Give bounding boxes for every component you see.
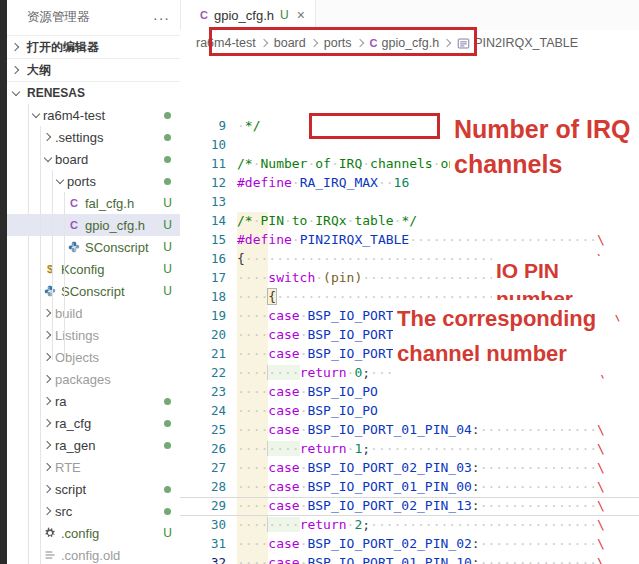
code-line-14[interactable]: 14/*·PIN·to·IRQx·table·*/ [180,211,639,230]
tree-item-sconscript[interactable]: SConscriptU [7,280,180,302]
code-line-29[interactable]: 29····case·BSP_IO_PORT_02_PIN_13:·······… [180,496,639,515]
tree-item--config-old[interactable]: .config.old [7,544,180,564]
section-renesas[interactable]: RENESAS [7,81,180,104]
tree-item-label: fal_cfg.h [85,196,134,211]
tree-item-label: gpio_cfg.h [85,218,145,233]
tree-item-script[interactable]: script [7,478,180,500]
tree-item-packages[interactable]: packages [7,368,180,390]
breadcrumb-item-ports[interactable]: ports [324,36,352,50]
line-content: ········return·1;·······················… [237,439,605,458]
tree-item-objects[interactable]: Objects [7,346,180,368]
tree-item-label: Listings [55,328,99,343]
line-number: 30 [180,515,226,534]
breadcrumb-label: ra6m4-test [196,36,256,50]
tree-item--settings[interactable]: .settings [7,126,180,148]
tab-label: gpio_cfg.h [214,8,274,23]
line-number: 21 [180,344,226,363]
tree-item-fal-cfg-h[interactable]: Cfal_cfg.hU [7,192,180,214]
section-outline[interactable]: 大纲 [7,58,180,81]
chevron-right-icon [43,461,55,473]
code-editor[interactable]: 9·*/1011/*·Number·of·IRQ·channels·on·the… [180,116,639,564]
code-line-19[interactable]: 19····case·BSP_IO_PORT_04_PIN_00: \ [180,306,639,325]
line-content: ·*/ [237,116,260,135]
explorer-more-actions-icon[interactable]: ··· [153,10,170,26]
tree-item-ra-gen[interactable]: ra_gen [7,434,180,456]
code-line-11[interactable]: 11/*·Number·of·IRQ·channels·on·the·devic… [180,154,639,173]
code-line-25[interactable]: 25····case·BSP_IO_PORT_01_PIN_04:·······… [180,420,639,439]
tree-item-ra6m4-test[interactable]: ra6m4-test [7,104,180,126]
code-line-24[interactable]: 24····case·BSP_IO_PO [180,401,639,420]
code-line-30[interactable]: 30········return·2;·····················… [180,515,639,534]
tree-item-src[interactable]: src [7,500,180,522]
breadcrumb-item-pin2irqx-table[interactable]: PIN2IRQX_TABLE [457,36,578,50]
line-number: 20 [180,325,226,344]
line-content: {·······································… [237,249,605,268]
tree-item-build[interactable]: build [7,302,180,324]
code-line-10[interactable]: 10 [180,135,639,154]
explorer-sidebar: 资源管理器 ··· 打开的编辑器大纲RENESAS ra6m4-test.set… [7,0,181,564]
code-line-21[interactable]: 21····case·BSP_IO_PORT_01_PIN_05:·······… [180,344,639,363]
chevron-down-icon [43,153,55,165]
code-line-17[interactable]: 17····switch·(pin)······················… [180,268,639,287]
breadcrumb-item-ra6m4-test[interactable]: ra6m4-test [196,36,256,50]
tree-item-label: Objects [55,350,99,365]
code-line-32[interactable]: 32····case·BSP_IO_PORT_01_PIN_10:·······… [180,553,639,564]
line-content: ····case·BSP_IO_PO [237,382,378,401]
code-line-23[interactable]: 23····case·BSP_IO_PO [180,382,639,401]
line-number: 31 [180,534,226,553]
code-line-15[interactable]: 15#define·PIN2IRQX_TABLE················… [180,230,639,249]
tree-item-ra-cfg[interactable]: ra_cfg [7,412,180,434]
code-line-13[interactable]: 13 [180,192,639,211]
tab-gpio-cfg[interactable]: C gpio_cfg.h U × [180,0,316,30]
line-number: 29 [180,496,226,515]
breadcrumb-item-gpio-cfg-h[interactable]: Cgpio_cfg.h [370,36,440,50]
code-line-28[interactable]: 28····case·BSP_IO_PORT_01_PIN_00:·······… [180,477,639,496]
tree-item-label: build [55,306,82,321]
tree-item-label: ra_gen [55,438,95,453]
line-number: 25 [180,420,226,439]
line-number: 17 [180,268,226,287]
git-untracked-badge: U [163,218,172,232]
close-tab-icon[interactable]: × [297,7,305,23]
tree-item-label: .config [61,526,99,541]
tree-item-ports[interactable]: ports [7,170,180,192]
chevron-right-icon [43,131,55,143]
code-line-22[interactable]: 22········return·0;·····················… [180,363,639,382]
code-line-18[interactable]: 18····{·································… [180,287,639,306]
code-line-31[interactable]: 31····case·BSP_IO_PORT_02_PIN_02:·······… [180,534,639,553]
git-changes-dot [164,442,171,449]
code-line-12[interactable]: 12#define·RA_IRQ_MAX··16 [180,173,639,192]
breadcrumb-separator-icon [444,38,452,48]
code-line-16[interactable]: 16{·····································… [180,249,639,268]
tree-item-label: SConscript [61,284,125,299]
tree-item-rte[interactable]: RTE [7,456,180,478]
tree-item-label: ra [55,394,67,409]
breadcrumb-separator-icon [357,38,365,48]
breadcrumb-label: board [274,36,306,50]
chevron-right-icon [43,307,55,319]
tree-item-ra[interactable]: ra [7,390,180,412]
line-number: 22 [180,363,226,382]
git-untracked-badge: U [163,196,172,210]
tree-item-gpio-cfg-h[interactable]: Cgpio_cfg.hU [7,214,180,236]
tree-item-sconscript[interactable]: SConscriptU [7,236,180,258]
chevron-right-icon [43,351,55,363]
code-line-9[interactable]: 9·*/ [180,116,639,135]
breadcrumb-item-board[interactable]: board [274,36,306,50]
code-line-26[interactable]: 26········return·1;·····················… [180,439,639,458]
git-changes-dot [164,486,171,493]
tree-item--config[interactable]: .configU [7,522,180,544]
code-line-27[interactable]: 27····case·BSP_IO_PORT_02_PIN_03:·······… [180,458,639,477]
line-content: /*·PIN·to·IRQx·table·*/ [237,211,417,230]
tree-item-board[interactable]: board [7,148,180,170]
section-open-editors[interactable]: 打开的编辑器 [7,35,180,58]
tree-item-kconfig[interactable]: $KconfigU [7,258,180,280]
line-content: ····case·BSP_IO_PORT_04_PIN_00: \ [237,306,621,325]
tree-item-listings[interactable]: Listings [7,324,180,346]
git-untracked-badge: U [163,284,172,298]
tree-item-label: ports [67,174,96,189]
code-line-20[interactable]: 20····case·BSP_IO_PORT_02_PIN_06: [180,325,639,344]
line-number: 27 [180,458,226,477]
line-content: #define·RA_IRQ_MAX··16 [237,173,409,192]
line-number: 12 [180,173,226,192]
